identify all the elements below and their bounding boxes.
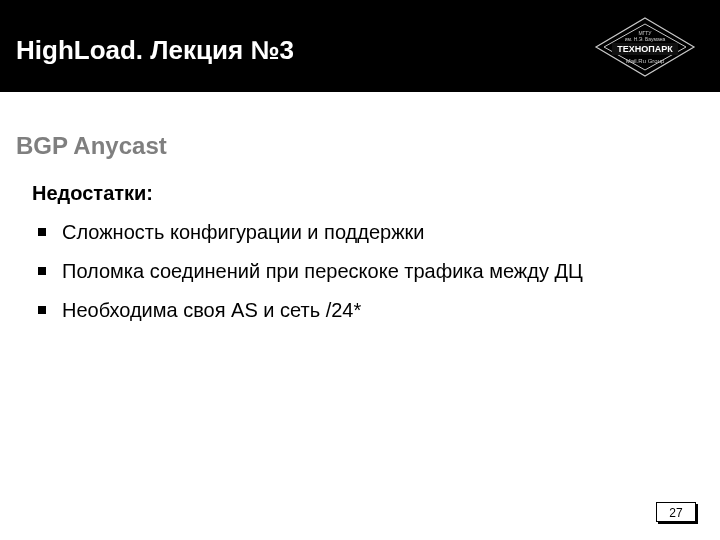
list-item: Сложность конфигурации и поддержки: [38, 221, 720, 244]
logo-icon: МГТУ им. Н.Э. Баумана ТЕХНОПАРК Mail.Ru …: [590, 14, 700, 80]
logo-line1: ТЕХНОПАРК: [617, 44, 673, 54]
bullet-list: Сложность конфигурации и поддержки Полом…: [38, 221, 720, 322]
slide-header: HighLoad. Лекция №3 МГТУ им. Н.Э. Бауман…: [0, 0, 720, 92]
svg-text:им. Н.Э. Баумана: им. Н.Э. Баумана: [625, 36, 666, 42]
slide: HighLoad. Лекция №3 МГТУ им. Н.Э. Бауман…: [0, 0, 720, 540]
header-title: HighLoad. Лекция №3: [16, 35, 294, 66]
page-number: 27: [656, 502, 696, 522]
list-item: Необходима своя AS и сеть /24*: [38, 299, 720, 322]
list-item: Поломка соединений при перескоке трафика…: [38, 260, 720, 283]
technopark-logo: МГТУ им. Н.Э. Баумана ТЕХНОПАРК Mail.Ru …: [590, 14, 700, 84]
logo-line2: Mail.Ru Group: [626, 58, 665, 64]
subhead: Недостатки:: [32, 182, 720, 205]
section-title: BGP Anycast: [16, 132, 720, 160]
